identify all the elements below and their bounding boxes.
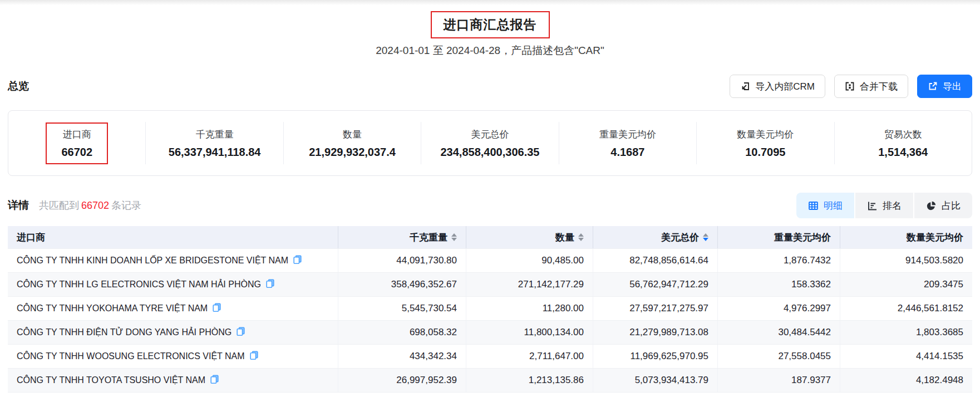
stat-usd-total: 美元总价 234,858,400,306.35	[421, 122, 559, 164]
importer-name: CÔNG TY TNHH LG ELECTRONICS VIỆT NAM HẢI…	[17, 280, 261, 290]
copy-icon[interactable]	[213, 303, 221, 314]
merge-download-button[interactable]: 合并下载	[834, 75, 908, 98]
title-annotation-box: 进口商汇总报告	[431, 11, 550, 38]
column-label: 进口商	[17, 231, 45, 244]
usd-total-cell: 56,762,947,712.29	[593, 273, 718, 296]
quantity-cell: 1,213,135.86	[466, 369, 593, 392]
stat-usd-per-kg: 重量美元均价 4.1687	[559, 122, 697, 164]
stat-quantity: 数量 21,929,932,037.4	[284, 122, 421, 164]
usd-total-cell: 82,748,856,614.64	[593, 249, 718, 272]
title-row: 进口商汇总报告	[0, 11, 980, 38]
quantity-cell: 90,485.00	[466, 249, 593, 272]
usd-per-kg-cell: 187.9377	[718, 369, 840, 392]
stat-label: 千克重量	[196, 128, 234, 141]
kg-weight-cell: 698,058.32	[338, 321, 466, 344]
table-row: CÔNG TY TNHH YOKOHAMA TYRE VIỆT NAM 5,54…	[8, 296, 972, 320]
details-section-title: 详情	[8, 198, 29, 213]
stat-value: 4.1687	[610, 146, 644, 159]
usd-total-cell: 21,279,989,713.08	[593, 321, 718, 344]
kg-weight-cell: 26,997,952.39	[338, 369, 466, 392]
usd-total-cell: 5,073,934,413.79	[593, 369, 718, 392]
copy-icon[interactable]	[250, 351, 258, 362]
copy-icon[interactable]	[210, 375, 219, 386]
ranking-icon	[867, 200, 878, 211]
tab-ranking[interactable]: 排名	[855, 193, 913, 218]
match-count-text: 共匹配到66702条记录	[39, 199, 141, 212]
overview-stats-card: 进口商 66702 千克重量 56,337,941,118.84 数量 21,9…	[8, 110, 972, 176]
overview-section-title: 总览	[8, 79, 29, 94]
table-row: CÔNG TY TNHH KINH DOANH LỐP XE BRIDGESTO…	[8, 248, 972, 272]
usd-total-cell: 11,969,625,970.95	[593, 345, 718, 368]
tab-ranking-label: 排名	[883, 199, 902, 212]
quantity-cell: 271,142,177.29	[466, 273, 593, 296]
tab-proportion-label: 占比	[942, 199, 961, 212]
stat-value: 234,858,400,306.35	[441, 146, 540, 159]
column-header-quantity[interactable]: 数量	[466, 226, 593, 248]
column-label: 美元总价	[661, 231, 699, 244]
copy-icon[interactable]	[237, 327, 245, 338]
stat-usd-per-qty: 数量美元均价 10.7095	[697, 122, 834, 164]
usd-per-qty-cell: 2,446,561.8152	[840, 297, 972, 320]
usd-total-cell: 27,597,217,275.97	[593, 297, 718, 320]
details-header-row: 详情 共匹配到66702条记录 明细	[8, 193, 972, 218]
importer-name: CÔNG TY TNHH YOKOHAMA TYRE VIỆT NAM	[17, 303, 208, 313]
view-mode-tabs: 明细 排名	[796, 193, 972, 218]
sort-icon[interactable]	[578, 233, 584, 241]
importers-table: 进口商 千克重量 数量 美元总价 重量美元均价 数量美元均价	[8, 226, 972, 393]
pie-chart-icon	[926, 200, 937, 211]
importer-summary-report-page: 进口商汇总报告 2024-01-01 至 2024-04-28，产品描述包含"C…	[0, 0, 980, 397]
usd-per-qty-cell: 1,803.3685	[840, 321, 972, 344]
copy-icon[interactable]	[293, 255, 302, 266]
tab-detail-label: 明细	[824, 199, 843, 212]
kg-weight-cell: 5,545,730.54	[338, 297, 466, 320]
stat-value: 21,929,932,037.4	[309, 146, 396, 159]
page-title: 进口商汇总报告	[444, 16, 537, 33]
stat-label: 美元总价	[471, 128, 509, 141]
importer-name-cell: CÔNG TY TNHH WOOSUNG ELECTRONICS VIỆT NA…	[8, 345, 338, 368]
stat-trade-count: 贸易次数 1,514,364	[835, 122, 972, 164]
stat-importers: 进口商 66702	[8, 122, 146, 164]
tab-proportion[interactable]: 占比	[914, 193, 972, 218]
match-suffix: 条记录	[111, 200, 141, 211]
usd-per-kg-cell: 1,876.7432	[718, 249, 840, 272]
column-header-usd-per-qty: 数量美元均价	[840, 226, 972, 248]
column-label: 数量美元均价	[907, 231, 963, 244]
importer-name: CÔNG TY TNHH KINH DOANH LỐP XE BRIDGESTO…	[17, 256, 288, 266]
table-row: CÔNG TY TNHH LG ELECTRONICS VIỆT NAM HẢI…	[8, 272, 972, 296]
importer-name: CÔNG TY TNHH TOYOTA TSUSHO VIỆT NAM	[17, 375, 205, 385]
import-crm-label: 导入内部CRM	[755, 80, 815, 93]
importer-name: CÔNG TY TNHH WOOSUNG ELECTRONICS VIỆT NA…	[17, 351, 245, 361]
table-row: CÔNG TY TNHH WOOSUNG ELECTRONICS VIỆT NA…	[8, 344, 972, 368]
stat-label: 贸易次数	[884, 128, 922, 141]
overview-header-row: 总览 导入内部CRM	[8, 75, 972, 98]
column-header-usd-per-kg: 重量美元均价	[718, 226, 840, 248]
quantity-cell: 11,800,134.00	[466, 321, 593, 344]
importer-name-cell: CÔNG TY TNHH LG ELECTRONICS VIỆT NAM HẢI…	[8, 273, 338, 296]
usd-per-qty-cell: 914,503.5820	[840, 249, 972, 272]
overview-actions: 导入内部CRM 合并下载	[730, 75, 972, 98]
stat-label: 数量美元均价	[737, 128, 794, 141]
sort-icon-desc-active[interactable]	[703, 233, 708, 241]
tab-detail[interactable]: 明细	[796, 193, 854, 218]
export-label: 导出	[943, 80, 962, 93]
export-button[interactable]: 导出	[917, 75, 972, 98]
table-row: CÔNG TY TNHH ĐIỆN TỬ DONG YANG HẢI PHÒNG…	[8, 320, 972, 344]
table-row: CÔNG TY TNHH TOYOTA TSUSHO VIỆT NAM 26,9…	[8, 368, 972, 392]
quantity-cell: 2,711,647.00	[466, 345, 593, 368]
export-icon	[928, 81, 938, 91]
column-label: 数量	[555, 231, 574, 244]
importer-name: CÔNG TY TNHH ĐIỆN TỬ DONG YANG HẢI PHÒNG	[17, 327, 232, 337]
column-header-usd-total[interactable]: 美元总价	[593, 226, 718, 248]
import-crm-button[interactable]: 导入内部CRM	[730, 75, 825, 98]
top-fade-divider	[0, 0, 980, 5]
table-header-row: 进口商 千克重量 数量 美元总价 重量美元均价 数量美元均价	[8, 226, 972, 248]
quantity-cell: 11,280.00	[466, 297, 593, 320]
sort-icon[interactable]	[451, 233, 457, 241]
copy-icon[interactable]	[266, 279, 274, 290]
stat-annotation-box: 进口商 66702	[46, 122, 108, 164]
usd-per-kg-cell: 30,484.5442	[718, 321, 840, 344]
column-header-kg-weight[interactable]: 千克重量	[338, 226, 466, 248]
stat-label: 进口商	[63, 128, 91, 141]
stat-label: 重量美元均价	[599, 128, 656, 141]
match-prefix: 共匹配到	[39, 200, 79, 211]
